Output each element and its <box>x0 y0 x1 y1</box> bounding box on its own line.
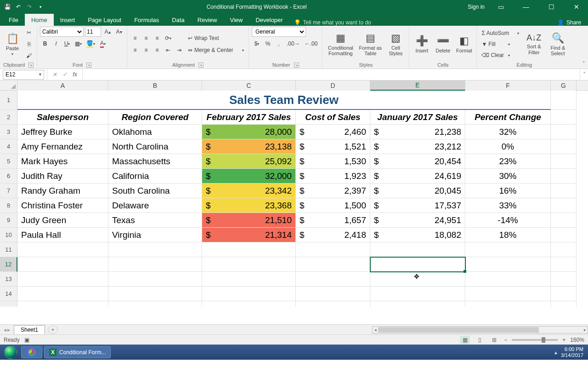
cell-A11[interactable] <box>17 242 108 257</box>
cell-F5[interactable]: 23% <box>465 154 551 169</box>
decrease-decimal-button[interactable]: ←.00 <box>303 39 320 49</box>
cell-A12[interactable] <box>17 257 108 272</box>
maximize-icon[interactable]: ☐ <box>542 0 560 14</box>
col-header-D[interactable]: D <box>296 80 370 91</box>
font-size-input[interactable] <box>85 27 101 37</box>
cell-G1[interactable] <box>551 91 577 110</box>
name-box[interactable]: E12▼ <box>3 70 44 80</box>
header-3[interactable]: Cost of Sales <box>296 110 370 125</box>
alignment-launcher-icon[interactable]: ↘ <box>198 63 204 68</box>
cell-E5[interactable]: $20,454 <box>370 154 465 169</box>
cell-A8[interactable]: Christina Foster <box>17 198 108 213</box>
row-header-7[interactable]: 7 <box>0 184 17 198</box>
cell-F15[interactable] <box>465 301 551 307</box>
cell-F9[interactable]: -14% <box>465 213 551 228</box>
increase-decimal-button[interactable]: .00→ <box>285 39 302 49</box>
row-header-8[interactable]: 8 <box>0 198 17 213</box>
view-normal-button[interactable]: ▦ <box>460 336 470 344</box>
cell-C10[interactable]: $21,314 <box>202 228 296 242</box>
cell-A7[interactable]: Randy Graham <box>17 184 108 198</box>
border-button[interactable]: ▦▾ <box>73 39 84 49</box>
signin-link[interactable]: Sign in <box>468 4 485 10</box>
cell-B11[interactable] <box>108 242 202 257</box>
row-header-10[interactable]: 10 <box>0 228 17 242</box>
cell-E3[interactable]: $21,238 <box>370 125 465 139</box>
cell-C12[interactable] <box>202 257 296 272</box>
find-select-button[interactable]: 🔍Find & Select <box>547 31 569 58</box>
view-pagebreak-button[interactable]: ⊞ <box>489 336 499 344</box>
cell-F3[interactable]: 32% <box>465 125 551 139</box>
row-header-12[interactable]: 12 <box>0 257 17 272</box>
cell-D9[interactable]: $1,657 <box>296 213 370 228</box>
cell-A9[interactable]: Judy Green <box>17 213 108 228</box>
clipboard-launcher-icon[interactable]: ↘ <box>28 63 34 68</box>
wrap-text-button[interactable]: ↩Wrap Text <box>186 33 237 43</box>
col-header-A[interactable]: A <box>17 80 108 91</box>
sheet-tab[interactable]: Sheet1 <box>14 325 45 334</box>
row-header-6[interactable]: 6 <box>0 169 17 184</box>
spreadsheet-grid[interactable]: ABCDEFG 1 Sales Team Review 2Salesperson… <box>0 80 588 324</box>
cell-A6[interactable]: Judith Ray <box>17 169 108 184</box>
cell-B8[interactable]: Delaware <box>108 198 202 213</box>
cell-E9[interactable]: $24,951 <box>370 213 465 228</box>
formula-input[interactable] <box>83 70 580 80</box>
cell-G2[interactable] <box>551 110 577 125</box>
cell-C6[interactable]: $32,000 <box>202 169 296 184</box>
ribbon-display-icon[interactable]: ▭ <box>492 0 510 14</box>
cell-F7[interactable]: 16% <box>465 184 551 198</box>
row-header-2[interactable]: 2 <box>0 110 17 125</box>
cell-C4[interactable]: $23,138 <box>202 139 296 154</box>
cell-G12[interactable] <box>551 257 577 272</box>
cell-D8[interactable]: $1,500 <box>296 198 370 213</box>
cell-B6[interactable]: California <box>108 169 202 184</box>
number-launcher-icon[interactable]: ↘ <box>294 63 299 68</box>
font-launcher-icon[interactable]: ↘ <box>86 63 91 68</box>
font-name-select[interactable]: Calibri <box>40 27 84 37</box>
col-header-B[interactable]: B <box>108 80 202 91</box>
scroll-right-icon[interactable]: ▸ <box>582 327 588 333</box>
col-header-E[interactable]: E <box>370 80 465 91</box>
add-sheet-button[interactable]: + <box>48 326 58 334</box>
align-center-button[interactable]: ≡ <box>141 45 151 55</box>
start-button[interactable] <box>2 345 19 359</box>
redo-icon[interactable]: ↷ <box>24 2 34 12</box>
cell-C13[interactable] <box>202 272 296 287</box>
header-1[interactable]: Region Covered <box>108 110 202 125</box>
row-header-15[interactable] <box>0 301 17 307</box>
save-icon[interactable]: 💾 <box>2 2 12 12</box>
cell-D3[interactable]: $2,460 <box>296 125 370 139</box>
cell-C3[interactable]: $28,000 <box>202 125 296 139</box>
conditional-formatting-button[interactable]: ▦Conditional Formatting <box>325 31 356 58</box>
cell-D10[interactable]: $2,418 <box>296 228 370 242</box>
header-2[interactable]: February 2017 Sales <box>202 110 296 125</box>
percent-button[interactable]: % <box>263 39 273 49</box>
autosum-button[interactable]: ΣAutoSum▾ <box>480 28 521 38</box>
delete-cells-button[interactable]: ➖Delete <box>433 34 452 55</box>
tab-data[interactable]: Data <box>165 14 191 26</box>
cell-D4[interactable]: $1,521 <box>296 139 370 154</box>
cell-B9[interactable]: Texas <box>108 213 202 228</box>
cell-G9[interactable] <box>551 213 577 228</box>
cell-B12[interactable] <box>108 257 202 272</box>
cell-E13[interactable] <box>370 272 465 287</box>
zoom-level[interactable]: 160% <box>570 337 584 343</box>
cell-E12[interactable] <box>370 257 465 272</box>
format-painter-button[interactable]: 🖌 <box>24 51 34 61</box>
cancel-formula-icon[interactable]: ✕ <box>50 71 59 78</box>
enter-formula-icon[interactable]: ✓ <box>60 71 69 78</box>
cell-C15[interactable] <box>202 301 296 307</box>
format-cells-button[interactable]: ◧Format <box>454 34 474 55</box>
close-icon[interactable]: ✕ <box>567 0 586 14</box>
scroll-left-icon[interactable]: ◂ <box>373 327 378 333</box>
cell-B7[interactable]: South Carolina <box>108 184 202 198</box>
fx-icon[interactable]: fx <box>70 71 79 78</box>
collapse-ribbon-icon[interactable]: ˄ <box>582 61 585 67</box>
cell-E6[interactable]: $24,619 <box>370 169 465 184</box>
col-header-C[interactable]: C <box>202 80 296 91</box>
cell-D5[interactable]: $1,530 <box>296 154 370 169</box>
cell-B14[interactable] <box>108 287 202 301</box>
underline-button[interactable]: U▾ <box>62 39 72 49</box>
row-header-9[interactable]: 9 <box>0 213 17 228</box>
cell-B4[interactable]: North Carolina <box>108 139 202 154</box>
cell-G7[interactable] <box>551 184 577 198</box>
